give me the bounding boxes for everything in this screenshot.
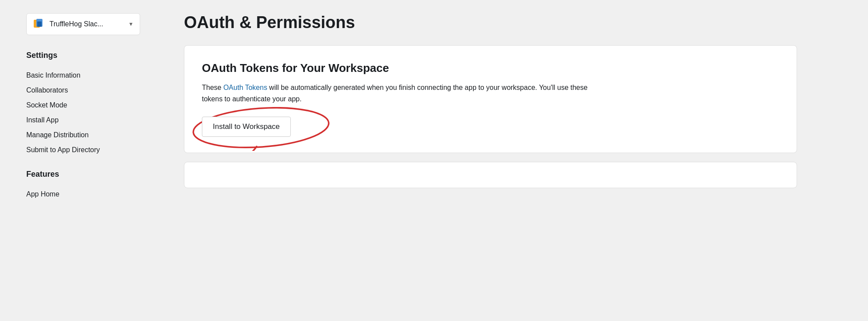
install-to-workspace-button[interactable]: Install to Workspace	[202, 117, 291, 137]
page-title: OAuth & Permissions	[184, 13, 842, 32]
sidebar-item-install-app[interactable]: Install App	[26, 113, 153, 128]
sidebar-item-collaborators[interactable]: Collaborators	[26, 83, 153, 98]
card-description: These OAuth Tokens will be automatically…	[202, 82, 596, 104]
app-icon	[33, 18, 45, 30]
sidebar-item-app-home[interactable]: App Home	[26, 187, 153, 202]
app-selector[interactable]: TruffleHog Slac... ▼	[26, 13, 140, 35]
sidebar-item-submit-to-app-directory[interactable]: Submit to App Directory	[26, 143, 153, 157]
sidebar: TruffleHog Slac... ▼ Settings Basic Info…	[0, 0, 166, 321]
features-heading: Features	[26, 170, 153, 179]
oauth-tokens-link[interactable]: OAuth Tokens	[223, 84, 267, 91]
oauth-tokens-card: OAuth Tokens for Your Workspace These OA…	[184, 45, 797, 153]
svg-rect-2	[37, 21, 42, 27]
features-section: Features App Home	[26, 170, 153, 202]
sidebar-item-basic-information[interactable]: Basic Information	[26, 68, 153, 83]
description-before-link: These	[202, 84, 223, 91]
second-card	[184, 162, 797, 188]
dropdown-arrow-icon: ▼	[128, 21, 134, 27]
sidebar-item-manage-distribution[interactable]: Manage Distribution	[26, 128, 153, 143]
main-content: OAuth & Permissions OAuth Tokens for You…	[166, 0, 868, 321]
sidebar-item-socket-mode[interactable]: Socket Mode	[26, 98, 153, 113]
install-button-wrapper: Install to Workspace	[202, 117, 291, 137]
settings-heading: Settings	[26, 51, 153, 60]
settings-section: Settings Basic Information Collaborators…	[26, 51, 153, 157]
card-title: OAuth Tokens for Your Workspace	[202, 61, 779, 75]
app-name: TruffleHog Slac...	[49, 20, 126, 28]
